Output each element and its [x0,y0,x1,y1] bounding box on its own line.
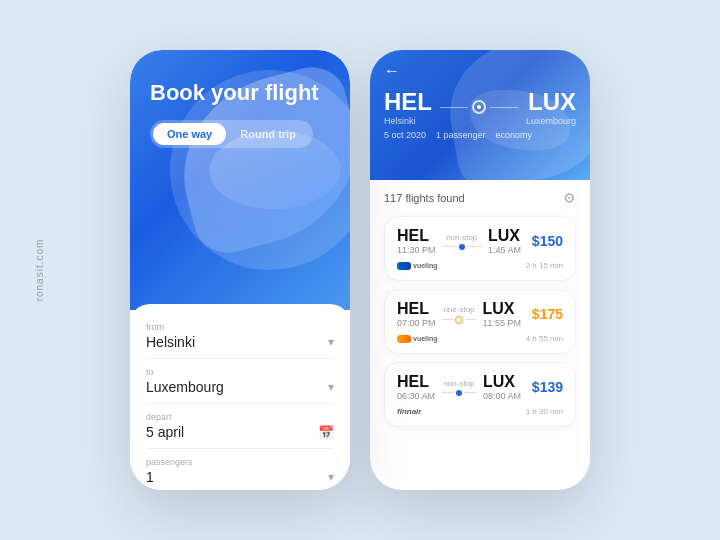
trip-toggle: One way Round trip [150,120,313,148]
fl-middle-1: non-stop [442,233,482,250]
left-phone: Book your flight One way Round trip from… [130,50,350,490]
airline-name-2: vueling [413,335,438,342]
chevron-down-icon: ▾ [328,335,334,349]
route-dot [472,100,486,114]
flight-bottom-1: vueling 2 h 15 min [397,261,563,270]
fl-to-code-3: LUX [483,373,521,391]
fl-middle-3: non-stop [441,379,477,396]
fl-line-left-2 [442,319,453,320]
depart-value: 5 april [146,424,184,440]
to-field[interactable]: to Luxembourg ▾ [146,359,334,404]
chevron-down-icon-2: ▾ [328,380,334,394]
depart-label: depart [146,412,334,422]
results-count: 117 flights found [384,192,465,204]
flight-route-row-1: HEL 11:30 PM non-stop LUX 1:45 AM [397,227,563,255]
to-label: to [146,367,334,377]
passenger-count: 1 passenger [436,130,486,140]
airline-logo-2: vueling [397,335,438,343]
airline-logo-3: finnair [397,407,421,416]
fl-line-left-1 [442,246,457,247]
flight-to-2: LUX 11:55 PM [482,300,521,328]
flight-from-1: HEL 11:30 PM [397,227,436,255]
fl-duration-1: 2 h 15 min [444,261,563,270]
route-arrow [440,100,518,114]
flight-from-2: HEL 07:00 PM [397,300,436,328]
flight-bottom-3: finnair 1 h 30 min [397,407,563,416]
finnair-text: finnair [397,407,421,416]
fl-to-code-2: LUX [482,300,521,318]
fl-price-3: $139 [527,379,563,395]
fl-duration-2: 4 h 55 min [444,334,563,343]
airline-logo-1: vueling [397,262,438,270]
from-city-name: Helsinki [384,116,432,126]
fl-dot-1 [459,244,465,250]
to-city-block: LUX Luxembourg [526,88,576,126]
flight-card-1[interactable]: HEL 11:30 PM non-stop LUX 1:45 AM [384,216,576,281]
passengers-field[interactable]: passengers 1 ▾ [146,449,334,490]
fl-dot-3 [456,390,462,396]
results-hero: ← HEL Helsinki LUX Luxembourg [370,50,590,180]
booking-title: Book your flight [150,80,330,106]
filter-icon[interactable]: ⚙ [563,190,576,206]
flight-card-3[interactable]: HEL 06:30 AM non-stop LUX 08:00 AM [384,362,576,427]
fl-from-code-2: HEL [397,300,436,318]
results-header: 117 flights found ⚙ [384,190,576,206]
passengers-value: 1 [146,469,154,485]
flight-from-3: HEL 06:30 AM [397,373,435,401]
flight-results: 117 flights found ⚙ HEL 11:30 PM non-sto… [370,180,590,490]
fl-price-2: $175 [527,306,563,322]
chevron-down-icon-3: ▾ [328,470,334,484]
fl-from-time-2: 07:00 PM [397,318,436,328]
fl-duration-3: 1 h 30 min [427,407,563,416]
fl-stop-label-1: non-stop [446,233,477,242]
back-button[interactable]: ← [384,62,400,80]
to-value-row: Luxembourg ▾ [146,379,334,395]
watermark: ronasit.com [34,239,45,302]
fl-from-time-1: 11:30 PM [397,245,436,255]
from-value-row: Helsinki ▾ [146,334,334,350]
to-city-name: Luxembourg [526,116,576,126]
fl-price-1: $150 [527,233,563,249]
to-city-code: LUX [526,88,576,116]
fl-line-right-1 [467,246,482,247]
passengers-label: passengers [146,457,334,467]
fl-stop-line-1 [442,244,482,250]
flight-date: 5 oct 2020 [384,130,426,140]
calendar-icon: 📅 [318,425,334,440]
fl-line-left-3 [441,392,454,393]
airline-dot-1 [397,262,411,270]
fl-line-right-3 [464,392,477,393]
hero-content: Book your flight One way Round trip [130,50,350,164]
fl-stop-label-3: non-stop [443,379,474,388]
fl-from-time-3: 06:30 AM [397,391,435,401]
from-city-block: HEL Helsinki [384,88,432,126]
depart-field[interactable]: depart 5 april 📅 [146,404,334,449]
phones-container: Book your flight One way Round trip from… [130,50,590,490]
flight-route-row-2: HEL 07:00 PM one-stop LUX 11:55 PM [397,300,563,328]
flight-class: economy [496,130,533,140]
one-way-button[interactable]: One way [153,123,226,145]
fl-from-code-3: HEL [397,373,435,391]
round-trip-button[interactable]: Round trip [226,123,310,145]
flight-to-1: LUX 1:45 AM [488,227,521,255]
flight-bottom-2: vueling 4 h 55 min [397,334,563,343]
fl-line-right-2 [465,319,476,320]
route-dot-inner [477,105,481,109]
right-phone: ← HEL Helsinki LUX Luxembourg [370,50,590,490]
fl-to-time-1: 1:45 AM [488,245,521,255]
from-field[interactable]: from Helsinki ▾ [146,314,334,359]
fl-stop-line-2 [442,316,477,324]
fl-from-code-1: HEL [397,227,436,245]
route-header: HEL Helsinki LUX Luxembourg [384,88,576,126]
airline-name-1: vueling [413,262,438,269]
passengers-value-row: 1 ▾ [146,469,334,485]
route-meta: 5 oct 2020 1 passenger economy [384,130,576,140]
from-city-code: HEL [384,88,432,116]
fl-to-time-2: 11:55 PM [482,318,521,328]
airline-dot-2 [397,335,411,343]
depart-value-row: 5 april 📅 [146,424,334,440]
fl-to-code-1: LUX [488,227,521,245]
flight-card-2[interactable]: HEL 07:00 PM one-stop LUX 11:55 PM [384,289,576,354]
to-value: Luxembourg [146,379,224,395]
route-line-right [490,107,518,108]
